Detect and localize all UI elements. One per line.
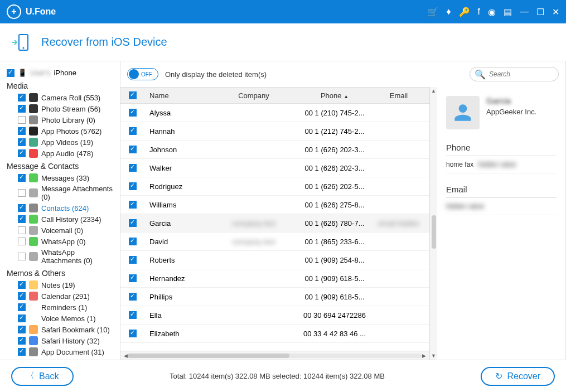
cell-phone: 00 1 (626) 202-5... (296, 182, 374, 191)
item-checkbox[interactable] (18, 189, 26, 197)
sidebar-item[interactable]: Notes (19) (7, 279, 114, 291)
item-checkbox[interactable] (18, 253, 26, 260)
item-checkbox[interactable] (18, 238, 26, 245)
table-row[interactable]: Elizabeth00 33 4 42 83 46 ... (120, 325, 429, 343)
col-email[interactable]: Email (374, 91, 429, 100)
facebook-icon[interactable]: f (478, 7, 480, 17)
table-row[interactable]: Hernandez00 1 (909) 618-5... (120, 269, 429, 288)
diamond-icon[interactable]: ♦ (446, 7, 451, 17)
row-checkbox[interactable] (129, 238, 137, 245)
table-row[interactable]: Phillips00 1 (909) 618-5... (120, 288, 429, 306)
search-box[interactable]: 🔍 (470, 67, 559, 81)
item-checkbox[interactable] (18, 215, 26, 223)
table-row[interactable]: Roberts00 1 (909) 254-8... (120, 251, 429, 269)
table-row[interactable]: Alyssa00 1 (210) 745-2... (120, 104, 429, 122)
table-row[interactable]: Ella00 30 694 2472286 (120, 306, 429, 325)
section-title: Media (7, 79, 114, 92)
cell-name: Phillips (145, 293, 212, 301)
recover-button[interactable]: ↻ Recover (481, 367, 555, 386)
row-checkbox[interactable] (129, 256, 137, 264)
sidebar-item[interactable]: Photo Library (0) (7, 114, 114, 125)
table-row[interactable]: Davidcompany text00 1 (865) 233-6... (120, 233, 429, 251)
item-checkbox[interactable] (18, 94, 26, 101)
sidebar-item[interactable]: WhatsApp Attachments (0) (7, 247, 114, 266)
row-checkbox[interactable] (129, 311, 137, 319)
social-icon[interactable]: ◉ (488, 7, 496, 17)
sidebar-item[interactable]: Voice Memos (1) (7, 313, 114, 324)
sidebar-item[interactable]: Call History (2334) (7, 214, 114, 225)
vertical-scrollbar[interactable]: ▲ ▼ (429, 87, 437, 360)
minimize-icon[interactable]: — (520, 7, 529, 17)
select-all-checkbox[interactable] (129, 91, 137, 99)
horizontal-scrollbar[interactable]: ◀ ▶ (120, 351, 429, 360)
row-checkbox[interactable] (129, 146, 137, 153)
item-checkbox[interactable] (18, 149, 26, 157)
back-button[interactable]: 〈 Back (11, 367, 74, 386)
sidebar-item[interactable]: App Audio (478) (7, 148, 114, 159)
item-checkbox[interactable] (18, 138, 26, 146)
feedback-icon[interactable]: ▤ (504, 7, 512, 17)
device-checkbox[interactable] (7, 69, 14, 77)
table-row[interactable]: Rodriguez00 1 (626) 202-5... (120, 177, 429, 196)
table-row[interactable]: Hannah00 1 (212) 745-2... (120, 122, 429, 141)
item-checkbox[interactable] (18, 292, 26, 300)
item-checkbox[interactable] (18, 116, 26, 124)
row-checkbox[interactable] (129, 219, 137, 227)
sidebar-item[interactable]: Safari Bookmark (10) (7, 324, 114, 335)
col-phone[interactable]: Phone ▲ (296, 91, 374, 100)
item-checkbox[interactable] (18, 326, 26, 333)
item-checkbox[interactable] (18, 105, 26, 113)
category-icon (29, 215, 38, 224)
col-company[interactable]: Company (212, 91, 296, 100)
maximize-icon[interactable]: ☐ (536, 7, 544, 17)
deleted-only-toggle[interactable]: OFF (127, 68, 158, 80)
table-row[interactable]: Walker00 1 (626) 202-3... (120, 159, 429, 177)
row-checkbox[interactable] (129, 127, 137, 135)
item-checkbox[interactable] (18, 226, 26, 234)
sidebar-item[interactable]: Voicemail (0) (7, 225, 114, 236)
row-checkbox[interactable] (129, 274, 137, 282)
category-icon (29, 149, 38, 158)
item-checkbox[interactable] (18, 348, 26, 356)
close-icon[interactable]: ✕ (552, 7, 559, 17)
sidebar-item[interactable]: Safari History (32) (7, 335, 114, 346)
content-area: OFF Only display the deleted item(s) 🔍 N… (120, 61, 566, 360)
sidebar-item[interactable]: Contacts (624) (7, 202, 114, 214)
row-checkbox[interactable] (129, 164, 137, 172)
device-row[interactable]: 📱 User's iPhone (7, 67, 114, 79)
sidebar-item[interactable]: App Photos (5762) (7, 125, 114, 137)
col-name[interactable]: Name (145, 91, 212, 100)
item-checkbox[interactable] (18, 204, 26, 212)
sidebar-item[interactable]: Calendar (291) (7, 291, 114, 302)
device-icon (11, 31, 33, 54)
sidebar-item[interactable]: App Document (31) (7, 346, 114, 357)
sidebar-item[interactable]: Reminders (1) (7, 302, 114, 313)
row-checkbox[interactable] (129, 330, 137, 337)
item-checkbox[interactable] (18, 337, 26, 345)
row-checkbox[interactable] (129, 201, 137, 209)
table-row[interactable]: Johnson00 1 (626) 202-3... (120, 141, 429, 159)
row-checkbox[interactable] (129, 109, 137, 117)
detail-name: Garcia (486, 96, 536, 105)
item-checkbox[interactable] (18, 174, 26, 182)
cell-name: Roberts (145, 256, 212, 264)
sidebar-item[interactable]: WhatsApp (0) (7, 236, 114, 247)
table-row[interactable]: Williams00 1 (626) 275-8... (120, 196, 429, 214)
sidebar-item[interactable]: Message Attachments (0) (7, 183, 114, 202)
item-checkbox[interactable] (18, 281, 26, 289)
item-checkbox[interactable] (18, 314, 26, 322)
phone-section-label: Phone (446, 139, 557, 156)
item-checkbox[interactable] (18, 127, 26, 135)
table-row[interactable]: Garciacompany text00 1 (626) 780-7...ema… (120, 214, 429, 233)
key-icon[interactable]: 🔑 (459, 7, 470, 17)
item-checkbox[interactable] (18, 303, 26, 311)
sidebar-item[interactable]: App Videos (19) (7, 137, 114, 148)
cart-icon[interactable]: 🛒 (427, 7, 438, 17)
sidebar-item[interactable]: Photo Stream (56) (7, 103, 114, 114)
sidebar-item-label: Camera Roll (553) (41, 94, 100, 102)
row-checkbox[interactable] (129, 293, 137, 301)
search-input[interactable] (489, 70, 554, 78)
row-checkbox[interactable] (129, 182, 137, 190)
sidebar-item[interactable]: Camera Roll (553) (7, 92, 114, 103)
sidebar-item[interactable]: Messages (33) (7, 172, 114, 183)
